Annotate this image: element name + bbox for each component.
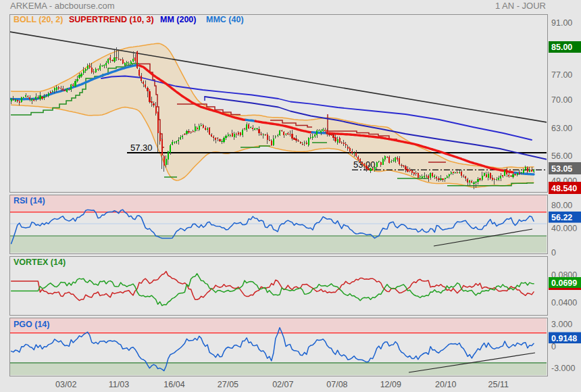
svg-text:16/04: 16/04 xyxy=(163,380,184,389)
svg-text:03/02: 03/02 xyxy=(55,380,76,389)
svg-text:07/08: 07/08 xyxy=(326,380,347,389)
svg-text:27/05: 27/05 xyxy=(218,380,238,389)
svg-text:SUPERTREND (10, 3): SUPERTREND (10, 3) xyxy=(69,15,154,24)
svg-text:77.00: 77.00 xyxy=(551,70,572,80)
svg-text:1 AN - JOUR: 1 AN - JOUR xyxy=(495,1,546,11)
svg-text:ARKEMA - abcbourse.com: ARKEMA - abcbourse.com xyxy=(10,1,115,11)
svg-text:85.00: 85.00 xyxy=(551,43,572,52)
svg-text:MMC (40): MMC (40) xyxy=(206,15,244,24)
svg-text:53.05: 53.05 xyxy=(551,164,572,174)
svg-text:0.0699: 0.0699 xyxy=(551,278,577,288)
svg-text:-3.000: -3.000 xyxy=(551,364,575,373)
svg-text:PGO (14): PGO (14) xyxy=(14,320,50,329)
svg-text:57.30: 57.30 xyxy=(130,143,153,153)
svg-text:3.000: 3.000 xyxy=(551,320,572,329)
svg-text:91.00: 91.00 xyxy=(551,18,572,28)
svg-text:56.00: 56.00 xyxy=(551,151,572,161)
svg-text:11/03: 11/03 xyxy=(109,380,129,389)
svg-text:0: 0 xyxy=(551,248,556,258)
svg-text:56.22: 56.22 xyxy=(551,213,572,222)
svg-text:RSI (14): RSI (14) xyxy=(14,196,45,205)
svg-text:40.000: 40.000 xyxy=(551,224,577,233)
svg-text:12/09: 12/09 xyxy=(380,380,401,389)
svg-text:25/11: 25/11 xyxy=(488,380,509,389)
svg-text:70.00: 70.00 xyxy=(551,95,572,105)
svg-text:0.9148: 0.9148 xyxy=(551,334,577,343)
svg-text:80.00: 80.00 xyxy=(551,201,572,210)
svg-text:02/07: 02/07 xyxy=(272,380,293,389)
svg-text:63.00: 63.00 xyxy=(551,124,572,133)
svg-text:MM (200): MM (200) xyxy=(160,15,196,24)
svg-text:20/10: 20/10 xyxy=(435,380,456,389)
svg-text:BOLL (20, 2): BOLL (20, 2) xyxy=(14,15,63,24)
svg-text:48.540: 48.540 xyxy=(551,184,577,193)
svg-text:VORTEX (14): VORTEX (14) xyxy=(14,258,66,267)
svg-text:0.0400: 0.0400 xyxy=(551,298,577,308)
